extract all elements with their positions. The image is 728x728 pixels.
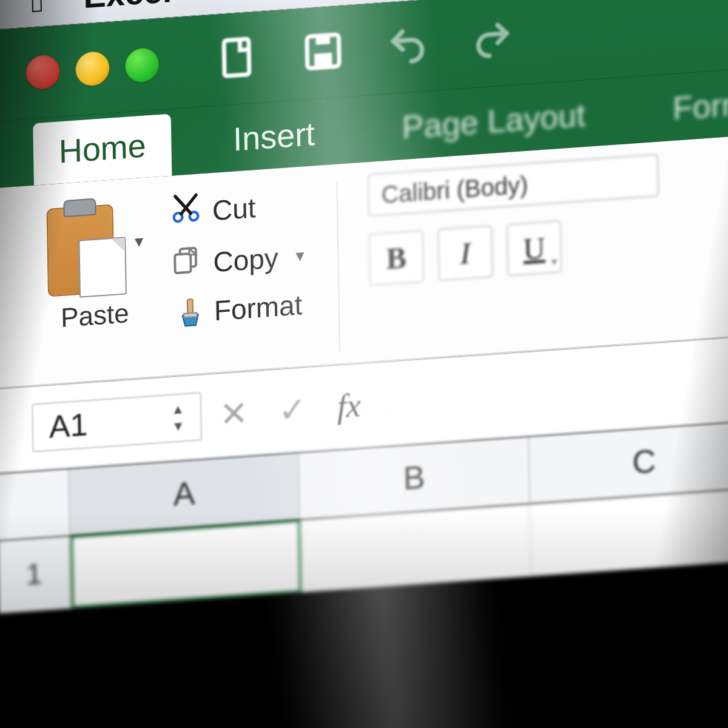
copy-icon — [170, 243, 203, 284]
tab-home[interactable]: Home — [33, 114, 172, 186]
bold-button[interactable]: B — [369, 230, 424, 286]
svg-rect-9 — [184, 312, 197, 317]
menu-edit[interactable]: Edit — [292, 0, 351, 1]
chevron-down-icon: ▾ — [551, 255, 557, 269]
svg-rect-7 — [175, 254, 190, 273]
traffic-lights — [25, 47, 159, 90]
tab-insert[interactable]: Insert — [207, 102, 341, 173]
menubar-app-name[interactable]: Excel — [83, 0, 172, 16]
ribbon-divider — [336, 183, 340, 351]
font-group: Calibri (Body) B I U▾ — [368, 154, 661, 356]
window-close-button[interactable] — [25, 54, 60, 90]
svg-rect-3 — [315, 35, 330, 45]
paste-icon[interactable] — [40, 191, 127, 300]
format-label: Format — [214, 288, 302, 327]
cut-button[interactable]: Cut — [170, 184, 307, 232]
row-header-1[interactable]: 1 — [0, 536, 72, 614]
cell-a1[interactable] — [70, 519, 302, 608]
copy-label: Copy — [213, 241, 278, 278]
format-painter-button[interactable]: Format — [172, 288, 309, 330]
underline-button[interactable]: U▾ — [507, 220, 562, 276]
font-family-value: Calibri (Body) — [381, 170, 528, 208]
window-zoom-button[interactable] — [125, 47, 160, 84]
cancel-formula-icon[interactable]: ✕ — [220, 393, 249, 434]
name-box[interactable]: A1 ▲▼ — [32, 392, 202, 453]
clipboard-group: ▼ Paste — [40, 190, 149, 378]
select-all-corner[interactable] — [0, 469, 70, 540]
quick-access-toolbar — [217, 17, 514, 83]
paintbrush-icon — [172, 296, 204, 330]
italic-button[interactable]: I — [437, 225, 493, 281]
cell-b1[interactable] — [300, 504, 531, 593]
undo-icon[interactable] — [386, 23, 430, 71]
font-family-select[interactable]: Calibri (Body) — [368, 154, 659, 217]
save-icon[interactable] — [302, 29, 345, 76]
paste-button[interactable]: Paste — [61, 298, 129, 333]
copy-dropdown-icon[interactable]: ▼ — [292, 247, 307, 265]
menu-file[interactable]: File — [205, 0, 260, 7]
accept-formula-icon[interactable]: ✓ — [278, 389, 307, 430]
scissors-icon — [170, 192, 202, 232]
cut-label: Cut — [212, 191, 256, 227]
svg-rect-0 — [224, 39, 249, 76]
new-file-icon[interactable] — [217, 35, 260, 83]
tab-formulas[interactable]: Formulas — [647, 67, 728, 143]
name-box-value: A1 — [49, 406, 88, 445]
name-box-stepper[interactable]: ▲▼ — [171, 402, 185, 434]
clipboard-actions: Cut Copy ▼ Format — [170, 178, 309, 369]
copy-button[interactable]: Copy ▼ — [170, 236, 308, 284]
svg-rect-2 — [314, 53, 332, 68]
window-minimize-button[interactable] — [75, 50, 110, 87]
apple-logo-icon[interactable]:  — [30, 0, 44, 21]
fx-icon[interactable]: fx — [337, 386, 361, 425]
redo-icon[interactable] — [471, 17, 514, 65]
paste-dropdown-icon[interactable]: ▼ — [132, 233, 146, 251]
